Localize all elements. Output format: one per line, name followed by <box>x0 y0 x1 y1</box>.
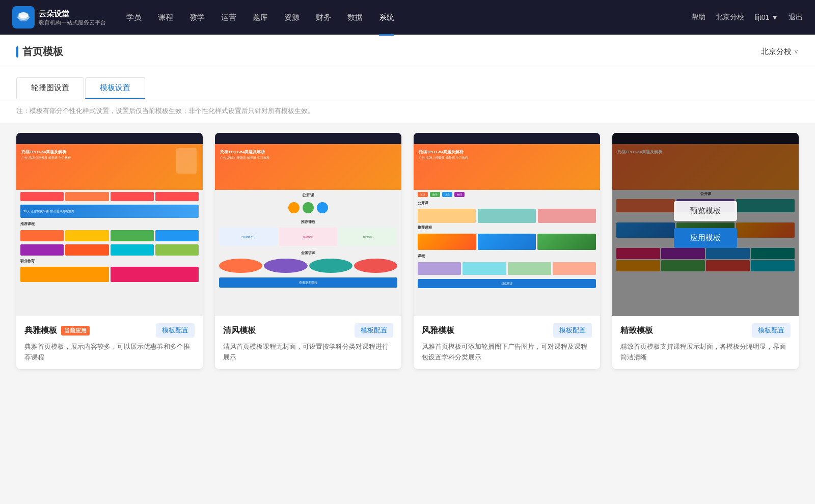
template-name-4: 精致模板 <box>620 325 653 336</box>
nav-links: 学员 课程 教学 运营 题库 资源 财务 数据 系统 <box>126 11 691 24</box>
config-button-3[interactable]: 模板配置 <box>553 323 592 338</box>
nav-teaching[interactable]: 教学 <box>189 11 205 24</box>
chevron-down-icon: ∨ <box>794 47 799 56</box>
svg-point-2 <box>19 17 28 21</box>
nav-operations[interactable]: 运营 <box>221 11 236 24</box>
nav-right: 帮助 北京分校 lijt01 ▼ 退出 <box>691 13 803 22</box>
nav-data[interactable]: 数据 <box>347 11 363 24</box>
template-preview-3: 托福TPO1-54真题及解析 广告·品牌·心理素质·辅导班·学习教程 英语 数学… <box>414 133 600 316</box>
template-card-2: 托福TPO1-54真题及解析 广告·品牌·心理素质·辅导班·学习教程 公开课 <box>215 133 401 369</box>
template-desc-2: 清风首页模板课程无封面，可设置按学科分类对课程进行展示 <box>223 342 393 363</box>
tabs-container: 轮播图设置 模板设置 <box>0 69 815 99</box>
config-button-1[interactable]: 模板配置 <box>156 323 195 338</box>
template-name-2: 清风模板 <box>223 325 256 336</box>
template-desc-3: 风雅首页模板可添加轮播图下广告图片，可对课程及课程包设置学科分类展示 <box>422 342 592 363</box>
template-name-3: 风雅模板 <box>422 325 454 336</box>
navbar: 云朵设堂 教育机构一站式服务云平台 学员 课程 教学 运营 题库 资源 财务 数… <box>0 0 815 35</box>
page-title: 首页模板 <box>16 45 63 59</box>
tabs: 轮播图设置 模板设置 <box>16 77 799 99</box>
config-button-4[interactable]: 模板配置 <box>752 323 791 338</box>
template-info-1: 典雅模板 当前应用 模板配置 典雅首页模板，展示内容较多，可以展示优惠券和多个推… <box>16 316 203 369</box>
nav-resources[interactable]: 资源 <box>284 11 300 24</box>
nav-system[interactable]: 系统 <box>379 11 394 24</box>
nav-question-bank[interactable]: 题库 <box>253 11 268 24</box>
logo-text: 云朵设堂 教育机构一站式服务云平台 <box>39 9 106 26</box>
page-container: 首页模板 北京分校 ∨ 轮播图设置 模板设置 注：模板有部分个性化样式设置，设置… <box>0 35 815 389</box>
template-info-2: 清风模板 模板配置 清风首页模板课程无封面，可设置按学科分类对课程进行展示 <box>215 316 401 369</box>
preview-button[interactable]: 预览模板 <box>674 201 737 221</box>
logo[interactable]: 云朵设堂 教育机构一站式服务云平台 <box>12 6 106 29</box>
template-desc-4: 精致首页模板支持课程展示封面，各模板分隔明显，界面简洁清晰 <box>620 342 791 363</box>
help-link[interactable]: 帮助 <box>691 13 705 22</box>
template-card-3: 托福TPO1-54真题及解析 广告·品牌·心理素质·辅导班·学习教程 英语 数学… <box>414 133 600 369</box>
nav-finance[interactable]: 财务 <box>316 11 331 24</box>
current-badge: 当前应用 <box>61 326 90 335</box>
template-preview-2: 托福TPO1-54真题及解析 广告·品牌·心理素质·辅导班·学习教程 公开课 <box>215 133 401 316</box>
logout-button[interactable]: 退出 <box>789 13 803 22</box>
user-menu[interactable]: lijt01 ▼ <box>754 13 778 21</box>
tab-slideshow[interactable]: 轮播图设置 <box>16 77 84 99</box>
page-header: 首页模板 北京分校 ∨ <box>0 35 815 69</box>
apply-button[interactable]: 应用模板 <box>674 228 737 248</box>
note-bar: 注：模板有部分个性化样式设置，设置后仅当前模板生效；非个性化样式设置后只针对所有… <box>0 99 815 123</box>
template-info-4: 精致模板 模板配置 精致首页模板支持课程展示封面，各模板分隔明显，界面简洁清晰 <box>612 316 799 369</box>
template-overlay: 预览模板 应用模板 <box>612 133 799 316</box>
nav-students[interactable]: 学员 <box>126 11 142 24</box>
template-card-4: 预览模板 应用模板 托福TPO1-54真题及解析 公开课 <box>612 133 799 369</box>
template-card-1: 托福TPO1-54真题及解析 广告·品牌·心理素质·辅导班·学习教程 30天 让… <box>16 133 203 369</box>
template-info-3: 风雅模板 模板配置 风雅首页模板可添加轮播图下广告图片，可对课程及课程包设置学科… <box>414 316 600 369</box>
template-name-1: 典雅模板 当前应用 <box>24 325 90 336</box>
tab-template[interactable]: 模板设置 <box>85 77 145 99</box>
template-preview-1: 托福TPO1-54真题及解析 广告·品牌·心理素质·辅导班·学习教程 30天 让… <box>16 133 203 316</box>
nav-courses[interactable]: 课程 <box>158 11 173 24</box>
branch-link[interactable]: 北京分校 <box>716 13 744 22</box>
templates-grid: 托福TPO1-54真题及解析 广告·品牌·心理素质·辅导班·学习教程 30天 让… <box>0 123 815 389</box>
template-desc-1: 典雅首页模板，展示内容较多，可以展示优惠券和多个推荐课程 <box>24 342 195 363</box>
logo-icon <box>12 6 35 29</box>
config-button-2[interactable]: 模板配置 <box>355 323 393 338</box>
template-preview-4: 预览模板 应用模板 托福TPO1-54真题及解析 公开课 <box>612 133 799 316</box>
branch-selector[interactable]: 北京分校 ∨ <box>761 47 799 57</box>
